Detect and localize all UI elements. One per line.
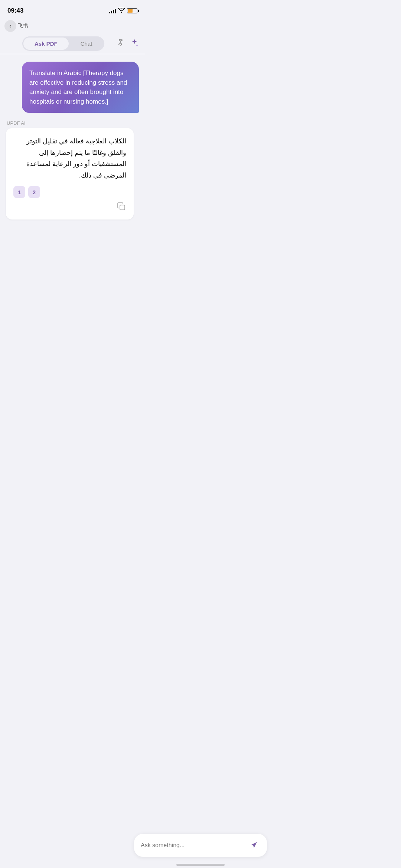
ai-response-bubble: الكلاب العلاجية فعالة في تقليل التوتر وا…	[6, 128, 134, 220]
citation-1[interactable]: 1	[13, 186, 25, 198]
status-time: 09:43	[7, 7, 23, 14]
back-button[interactable]: ‹ 飞书	[4, 20, 28, 32]
user-message-bubble: Translate in Arabic [Therapy dogs are ef…	[22, 62, 139, 113]
broom-icon[interactable]	[117, 39, 125, 49]
tab-ask-pdf[interactable]: Ask PDF	[23, 38, 69, 50]
ai-response-container: UPDF AI الكلاب العلاجية فعالة في تقليل ا…	[6, 120, 139, 220]
ai-response-text: الكلاب العلاجية فعالة في تقليل التوتر وا…	[13, 136, 126, 181]
tab-chat[interactable]: Chat	[69, 38, 104, 50]
tab-group: Ask PDF Chat	[22, 36, 104, 51]
copy-button[interactable]	[117, 202, 126, 214]
chat-area: Translate in Arabic [Therapy dogs are ef…	[0, 54, 145, 225]
citation-row: 1 2	[13, 186, 126, 198]
battery-icon	[127, 8, 137, 13]
nav-actions	[117, 38, 139, 49]
signal-icon	[109, 8, 116, 13]
wifi-icon	[118, 8, 125, 14]
status-bar: 09:43	[0, 0, 145, 19]
nav-bar: Ask PDF Chat	[0, 33, 145, 54]
back-chevron-icon: ‹	[4, 20, 16, 32]
user-message-text: Translate in Arabic [Therapy dogs are ef…	[29, 69, 127, 105]
copy-btn-row	[13, 202, 126, 214]
svg-rect-1	[120, 205, 125, 210]
back-label: 飞书	[18, 23, 28, 29]
status-icons	[109, 8, 137, 14]
ai-label: UPDF AI	[6, 120, 139, 126]
back-nav: ‹ 飞书	[0, 19, 145, 33]
citation-2[interactable]: 2	[28, 186, 40, 198]
sparkle-icon[interactable]	[130, 38, 139, 49]
